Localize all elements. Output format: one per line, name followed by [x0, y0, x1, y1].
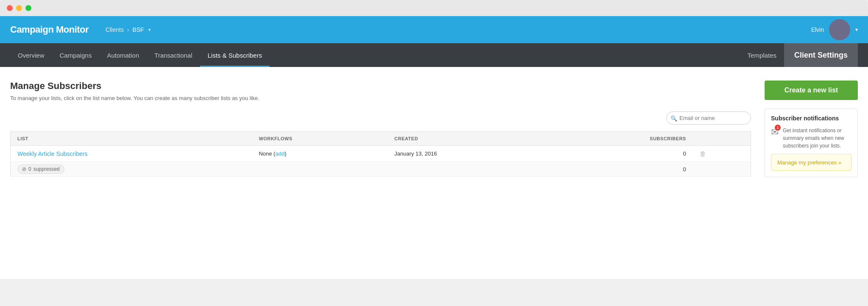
- notification-box: Subscriber notifications ✉ 1 Get instant…: [765, 108, 858, 177]
- search-input[interactable]: [666, 111, 751, 125]
- breadcrumb-dropdown-arrow[interactable]: ▾: [148, 27, 151, 33]
- breadcrumb-arrow: ›: [127, 26, 129, 33]
- workflows-value: None: [259, 150, 272, 157]
- user-name: Elvin: [811, 26, 824, 33]
- app-title: Campaign Monitor: [10, 24, 89, 35]
- manage-preferences-link[interactable]: Manage my preferences »: [777, 159, 841, 166]
- delete-cell: 🗑: [693, 146, 751, 162]
- nav-item-transactional[interactable]: Transactional: [147, 43, 200, 67]
- search-icon: 🔍: [670, 115, 677, 121]
- breadcrumb-client-name: BSF: [133, 26, 144, 33]
- search-input-wrap: 🔍: [666, 111, 751, 125]
- suppressed-label: suppressed: [33, 166, 60, 172]
- breadcrumb-clients[interactable]: Clients: [106, 26, 124, 33]
- manage-prefs-wrap: Manage my preferences »: [771, 154, 851, 171]
- notification-body: ✉ 1 Get instant notifications or summary…: [771, 127, 851, 150]
- created-cell: January 13, 2016: [388, 146, 550, 162]
- suppressed-badge: ⊘ 0 suppressed: [17, 164, 64, 174]
- nav-bar: Overview Campaigns Automation Transactio…: [0, 43, 868, 67]
- nav-item-automation[interactable]: Automation: [99, 43, 147, 67]
- col-actions: [693, 132, 751, 146]
- email-icon-wrap: ✉ 1: [771, 127, 779, 138]
- suppressed-icon: ⊘: [22, 166, 26, 172]
- suppressed-empty-2: [388, 162, 550, 177]
- maximize-button[interactable]: [25, 5, 31, 11]
- col-created: Created: [388, 132, 550, 146]
- suppressed-count: 0: [28, 166, 31, 172]
- avatar[interactable]: [829, 19, 850, 40]
- delete-icon[interactable]: 🗑: [700, 150, 706, 157]
- col-list: List: [11, 132, 252, 146]
- content-right: Create a new list Subscriber notificatio…: [765, 81, 858, 265]
- table-row: Weekly Article Subscribers None (add) Ja…: [11, 146, 751, 162]
- col-workflows: Workflows: [252, 132, 388, 146]
- list-table: List Workflows Created Subscribers Weekl…: [10, 131, 751, 177]
- nav-item-overview[interactable]: Overview: [10, 43, 52, 67]
- main-content: Manage Subscribers To manage your lists,…: [0, 67, 868, 279]
- nav-item-campaigns[interactable]: Campaigns: [52, 43, 100, 67]
- list-name-link[interactable]: Weekly Article Subscribers: [17, 150, 87, 157]
- add-workflow-link[interactable]: add: [275, 150, 285, 157]
- create-list-button[interactable]: Create a new list: [765, 81, 858, 100]
- suppressed-empty-1: [252, 162, 388, 177]
- breadcrumb: Clients › BSF ▾: [106, 26, 151, 33]
- nav-item-templates[interactable]: Templates: [740, 43, 784, 67]
- suppressed-subscribers: 0: [549, 162, 693, 177]
- suppressed-cell: ⊘ 0 suppressed: [11, 162, 252, 177]
- user-dropdown-arrow[interactable]: ▾: [855, 27, 858, 33]
- nav-item-client-settings[interactable]: Client Settings: [784, 43, 858, 67]
- suppressed-row: ⊘ 0 suppressed 0: [11, 162, 751, 177]
- notification-title: Subscriber notifications: [771, 115, 851, 122]
- col-subscribers: Subscribers: [549, 132, 693, 146]
- table-header-row: List Workflows Created Subscribers: [11, 132, 751, 146]
- page-title: Manage Subscribers: [10, 81, 751, 92]
- notification-text: Get instant notifications or summary ema…: [783, 127, 851, 150]
- content-left: Manage Subscribers To manage your lists,…: [10, 81, 751, 265]
- nav-right: Templates Client Settings: [740, 43, 858, 67]
- nav-left: Overview Campaigns Automation Transactio…: [10, 43, 270, 67]
- workflows-cell: None (add): [252, 146, 388, 162]
- search-bar: 🔍: [10, 111, 751, 125]
- subscribers-cell: 0: [549, 146, 693, 162]
- top-bar-left: Campaign Monitor Clients › BSF ▾: [10, 24, 151, 35]
- list-name-cell: Weekly Article Subscribers: [11, 146, 252, 162]
- notification-badge: 1: [775, 125, 781, 131]
- nav-item-lists[interactable]: Lists & Subscribers: [200, 43, 270, 67]
- window-chrome: [0, 0, 868, 16]
- suppressed-empty-3: [693, 162, 751, 177]
- top-bar: Campaign Monitor Clients › BSF ▾ Elvin ▾: [0, 16, 868, 43]
- minimize-button[interactable]: [16, 5, 22, 11]
- page-description: To manage your lists, click on the list …: [10, 95, 751, 101]
- close-button[interactable]: [7, 5, 13, 11]
- top-bar-right: Elvin ▾: [811, 19, 858, 40]
